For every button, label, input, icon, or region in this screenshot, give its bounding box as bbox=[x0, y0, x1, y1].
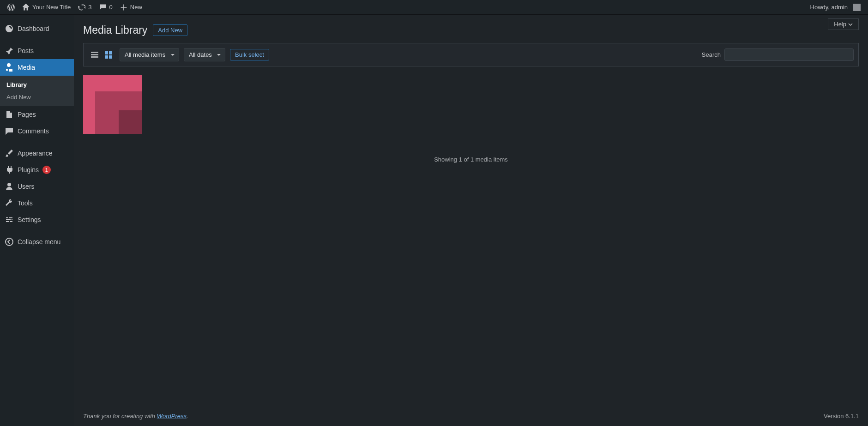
admin-sidebar: Dashboard Posts Media Library Add New Pa… bbox=[0, 15, 74, 426]
plus-icon bbox=[120, 4, 127, 11]
wrench-icon bbox=[5, 198, 14, 208]
svg-point-0 bbox=[6, 238, 13, 246]
collapse-icon bbox=[5, 237, 14, 246]
footer-thanks: Thank you for creating with bbox=[83, 413, 157, 420]
page-icon bbox=[5, 110, 14, 119]
sidebar-item-users[interactable]: Users bbox=[0, 178, 74, 195]
grid-icon bbox=[104, 50, 113, 60]
sidebar-item-label: Plugins bbox=[18, 166, 39, 174]
media-item[interactable] bbox=[83, 75, 142, 134]
sidebar-item-posts[interactable]: Posts bbox=[0, 42, 74, 59]
sidebar-item-label: Dashboard bbox=[18, 25, 49, 32]
media-grid bbox=[83, 66, 859, 142]
main-content: Help Media Library Add New All media ite… bbox=[74, 15, 868, 426]
search-label: Search bbox=[702, 51, 721, 58]
sidebar-item-plugins[interactable]: Plugins 1 bbox=[0, 162, 74, 178]
plug-icon bbox=[5, 165, 14, 174]
version-text: Version 6.1.1 bbox=[824, 413, 859, 420]
sidebar-item-label: Tools bbox=[18, 199, 33, 207]
help-tab[interactable]: Help bbox=[828, 18, 859, 30]
list-icon bbox=[90, 50, 99, 60]
bulk-select-button[interactable]: Bulk select bbox=[230, 49, 269, 60]
sliders-icon bbox=[5, 215, 14, 224]
site-title: Your New Title bbox=[32, 4, 71, 11]
avatar bbox=[853, 4, 861, 11]
page-title: Media Library bbox=[83, 24, 147, 36]
wordpress-icon bbox=[7, 4, 15, 11]
media-toolbar: All media items All dates Bulk select Se… bbox=[83, 43, 859, 66]
wordpress-link[interactable]: WordPress bbox=[157, 413, 187, 420]
admin-bar: Your New Title 3 0 New Howdy, admin bbox=[0, 0, 868, 15]
dashboard-icon bbox=[5, 24, 14, 33]
howdy-text: Howdy, admin bbox=[810, 4, 848, 11]
comment-icon bbox=[99, 4, 107, 11]
account-link[interactable]: Howdy, admin bbox=[807, 0, 864, 15]
add-new-button[interactable]: Add New bbox=[153, 24, 187, 36]
footer-period: . bbox=[187, 413, 188, 420]
sidebar-item-dashboard[interactable]: Dashboard bbox=[0, 20, 74, 37]
plugins-count-badge: 1 bbox=[42, 166, 51, 174]
sidebar-item-label: Appearance bbox=[18, 150, 53, 157]
media-submenu: Library Add New bbox=[0, 76, 74, 106]
sidebar-item-label: Users bbox=[18, 183, 35, 190]
updates-count: 3 bbox=[88, 4, 91, 11]
sidebar-item-label: Media bbox=[18, 64, 35, 71]
updates-link[interactable]: 3 bbox=[74, 0, 95, 15]
submenu-item-library[interactable]: Library bbox=[0, 78, 74, 91]
filter-date-select[interactable]: All dates bbox=[184, 48, 225, 61]
site-name-link[interactable]: Your New Title bbox=[18, 0, 74, 15]
sidebar-item-media[interactable]: Media bbox=[0, 59, 74, 76]
footer: Thank you for creating with WordPress. V… bbox=[83, 406, 859, 426]
filter-type-select[interactable]: All media items bbox=[120, 48, 179, 61]
new-content-link[interactable]: New bbox=[116, 0, 146, 15]
caret-down-icon bbox=[848, 22, 853, 27]
new-label: New bbox=[130, 4, 142, 11]
sidebar-item-label: Pages bbox=[18, 111, 36, 118]
sidebar-item-tools[interactable]: Tools bbox=[0, 195, 74, 211]
sidebar-collapse[interactable]: Collapse menu bbox=[0, 234, 74, 250]
comments-link[interactable]: 0 bbox=[96, 0, 116, 15]
sidebar-item-label: Collapse menu bbox=[18, 238, 60, 246]
search-input[interactable] bbox=[724, 48, 854, 61]
brush-icon bbox=[5, 149, 14, 158]
sidebar-item-comments[interactable]: Comments bbox=[0, 123, 74, 139]
user-icon bbox=[5, 182, 14, 191]
wp-logo[interactable] bbox=[4, 0, 18, 15]
sidebar-item-label: Posts bbox=[18, 47, 34, 54]
status-text: Showing 1 of 1 media items bbox=[83, 142, 859, 177]
pin-icon bbox=[5, 46, 14, 55]
sidebar-item-pages[interactable]: Pages bbox=[0, 106, 74, 123]
refresh-icon bbox=[78, 4, 85, 11]
sidebar-item-label: Settings bbox=[18, 216, 41, 223]
comment-icon bbox=[5, 126, 14, 136]
comments-count: 0 bbox=[109, 4, 113, 11]
view-grid-button[interactable] bbox=[102, 48, 115, 61]
sidebar-item-label: Comments bbox=[18, 127, 49, 135]
sidebar-item-appearance[interactable]: Appearance bbox=[0, 145, 74, 162]
thumb-layer bbox=[119, 110, 142, 134]
view-list-button[interactable] bbox=[88, 48, 101, 61]
help-label: Help bbox=[834, 21, 846, 28]
home-icon bbox=[22, 4, 30, 11]
submenu-item-add-new[interactable]: Add New bbox=[0, 91, 74, 103]
sidebar-item-settings[interactable]: Settings bbox=[0, 211, 74, 228]
media-icon bbox=[5, 63, 14, 72]
